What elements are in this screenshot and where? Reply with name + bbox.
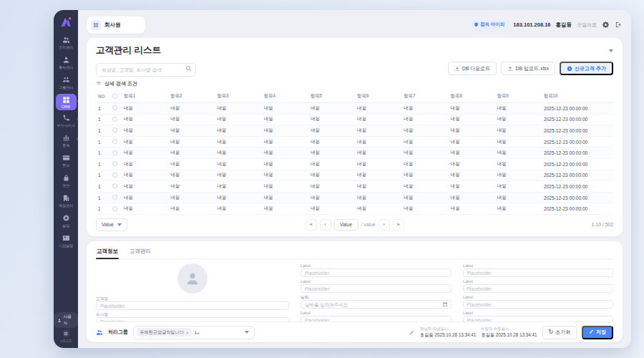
company-name: 굿텔레콤 (577, 21, 597, 29)
row-checkbox[interactable] (112, 173, 117, 178)
table-row[interactable]: 1 내용 내용 내용 내용 내용 내용 내용 내용 내용 2025-12-23 … (96, 125, 613, 137)
sidebar-item[interactable]: 기업설정 (56, 232, 77, 251)
logout-icon[interactable] (615, 21, 623, 29)
sidebar-item[interactable]: 그룹관리 (56, 74, 77, 92)
field-input[interactable] (463, 268, 614, 277)
row-checkbox[interactable] (112, 150, 117, 155)
sidebar-item-icon (62, 214, 70, 222)
table-row[interactable]: 1 내용 내용 내용 내용 내용 내용 내용 내용 내용 2025-12-23 … (96, 103, 613, 115)
chevron-right-icon: › (77, 137, 78, 142)
detail-filter-toggle[interactable]: 상세 검색 조건 (96, 80, 613, 87)
search-input[interactable] (96, 63, 196, 77)
field-input[interactable] (301, 284, 452, 293)
next-page-button[interactable]: › (379, 219, 390, 231)
settings-gear-icon[interactable] (602, 21, 610, 29)
field-label: 회사명 (96, 312, 280, 316)
cell-no: 1 (96, 103, 110, 115)
collapse-chevron-icon[interactable] (609, 49, 613, 52)
row-checkbox[interactable] (112, 127, 117, 132)
sidebar-item-icon (62, 134, 70, 142)
field-label: Label (463, 295, 606, 299)
row-checkbox[interactable] (112, 139, 117, 144)
field-input[interactable] (463, 284, 614, 293)
db-download-button[interactable]: DB 다운로드 (448, 62, 497, 75)
row-checkbox[interactable] (112, 195, 117, 200)
detail-footer: 처리그룹 유쾌한근영금착입니다 × 1+ 작성자 작성일시 홍길동 2025.1… (96, 321, 613, 342)
table-row[interactable]: 1 내용 내용 내용 내용 내용 내용 내용 내용 내용 2025-12-23 … (96, 136, 613, 147)
row-checkbox[interactable] (112, 117, 117, 122)
row-checkbox[interactable] (112, 206, 117, 211)
field-label: 고객명 (96, 296, 280, 301)
prev-page-button[interactable]: ‹ (319, 219, 331, 231)
row-checkbox[interactable] (112, 161, 117, 166)
group-select[interactable]: 유쾌한근영금착입니다 × 1+ (133, 326, 255, 339)
sidebar-item-label: 조직관리 (59, 45, 73, 51)
chip-remove-icon[interactable]: × (186, 330, 189, 335)
cell-date: 2025-12-23 00:00:00 (542, 147, 613, 159)
first-page-button[interactable]: « (305, 219, 316, 231)
db-upload-button[interactable]: DB 업로드.xlsx (501, 62, 555, 75)
page-number-input[interactable]: Value (333, 219, 358, 231)
detail-tab[interactable]: 고객관리 (129, 246, 152, 258)
sidebar-item-label: 문자 (62, 163, 69, 169)
page-size-select[interactable]: Value (96, 218, 127, 231)
sidebar-item[interactable]: 보안 (56, 172, 77, 190)
sidebar-item[interactable]: 유저관리 (56, 54, 77, 72)
cell-no: 1 (96, 136, 110, 147)
cell-date: 2025-12-23 00:00:00 (542, 192, 613, 203)
sidebar-item[interactable]: 계정관리 (56, 192, 77, 211)
sidebar-item-label: 보안 (62, 183, 69, 189)
field-label: 날짜 (301, 295, 444, 299)
ip-badge: 접속 아이피 (470, 20, 508, 29)
sidebar-item[interactable]: CRM › (56, 94, 77, 110)
sidebar-item[interactable]: 부가서비스 › (56, 112, 77, 130)
table-row[interactable]: 1 내용 내용 내용 내용 내용 내용 내용 내용 내용 2025-12-23 … (96, 192, 613, 203)
sidebar-item[interactable]: 문자 (56, 152, 77, 170)
row-checkbox[interactable] (112, 105, 117, 110)
edit-pencil-icon[interactable] (409, 329, 415, 336)
save-button[interactable]: ✓ 저장 (582, 326, 613, 339)
field-input[interactable] (301, 268, 452, 277)
search-icon[interactable] (185, 65, 192, 72)
field-input[interactable] (96, 317, 289, 321)
table-row[interactable]: 1 내용 내용 내용 내용 내용 내용 내용 내용 내용 2025-12-23 … (96, 181, 613, 193)
field-input[interactable] (463, 300, 614, 309)
select-all-checkbox[interactable] (112, 94, 117, 99)
field-input[interactable] (301, 316, 452, 321)
sidebar-item-icon (62, 114, 70, 122)
cell-no: 1 (96, 192, 110, 203)
main-content: 회사원 접속 아이피 183.101.208.16 홍길동 굿텔레콤 고객관리 … (78, 10, 631, 348)
sidebar-user-button[interactable]: 사용자 (54, 312, 78, 328)
detail-tab[interactable]: 고객정보 (96, 246, 119, 258)
row-checkbox[interactable] (112, 183, 117, 188)
sidebar-item[interactable]: 설정 (56, 212, 77, 231)
sidebar-item-icon (62, 234, 70, 242)
reset-button[interactable]: ↻ 초기화 (542, 326, 577, 339)
table-row[interactable]: 1 내용 내용 내용 내용 내용 내용 내용 내용 내용 2025-12-23 … (96, 147, 613, 159)
add-customer-button[interactable]: 신규고객 추가 (560, 62, 613, 75)
last-page-button[interactable]: » (393, 219, 404, 231)
table-row[interactable]: 1 내용 내용 내용 내용 내용 내용 내용 내용 내용 2025-12-23 … (96, 203, 613, 215)
download-icon (454, 66, 460, 72)
sidebar-item[interactable]: 통계 › (56, 132, 77, 150)
table-row[interactable]: 1 내용 내용 내용 내용 내용 내용 내용 내용 내용 2025-12-23 … (96, 170, 613, 181)
field-input[interactable] (463, 316, 614, 321)
sidebar-nav: 조직관리 유저관리 그룹관리 CRM (54, 34, 78, 251)
chevron-down-icon (245, 331, 249, 334)
sidebar-item[interactable]: 조직관리 (56, 34, 77, 52)
field-input[interactable] (96, 301, 289, 310)
sidebar-item-label: 부가서비스 (57, 123, 75, 129)
chip-more-badge: 1+ (195, 330, 200, 335)
customer-detail-card: 고객정보 고객관리 고객명 (87, 241, 623, 342)
field-input[interactable] (301, 300, 452, 309)
form-field: Label (463, 279, 614, 294)
plus-circle-icon (567, 66, 572, 72)
calendar-icon[interactable] (442, 301, 448, 307)
table-row[interactable]: 1 내용 내용 내용 내용 내용 내용 내용 내용 내용 2025-12-23 … (96, 114, 613, 125)
person-icon (185, 271, 200, 286)
chevron-right-icon: › (77, 117, 78, 122)
table-row[interactable]: 1 내용 내용 내용 내용 내용 내용 내용 내용 내용 2025-12-23 … (96, 158, 613, 170)
form-field: Label (301, 279, 452, 294)
page-tab[interactable]: 회사원 (87, 16, 145, 34)
refresh-icon: ↻ (549, 329, 554, 335)
